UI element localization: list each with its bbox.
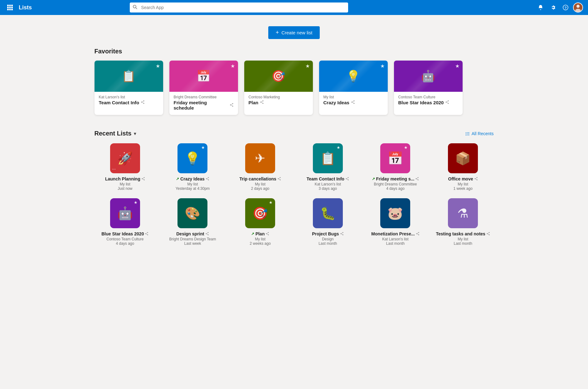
fav-card-name: Crazy Ideas xyxy=(323,100,383,105)
share-icon xyxy=(474,177,478,181)
svg-rect-0 xyxy=(7,5,9,6)
svg-point-38 xyxy=(448,103,449,104)
recent-list-card[interactable]: ⚗ Testing tasks and notes My list Last m… xyxy=(432,198,494,246)
share-icon xyxy=(206,232,209,236)
svg-rect-3 xyxy=(7,7,9,8)
recent-list-card[interactable]: 🐛 Project Bugs Design Last month xyxy=(297,198,359,246)
recent-card-name: ↗Friday meeting s... xyxy=(372,176,419,181)
svg-line-80 xyxy=(207,234,208,234)
svg-point-27 xyxy=(260,102,261,103)
svg-line-20 xyxy=(142,102,143,103)
recent-card-owner: Bright Dreams Committee xyxy=(374,182,417,186)
recent-icon-symbol: 🤖 xyxy=(117,206,133,221)
recent-card-name: Team Contact Info xyxy=(307,176,349,181)
create-button-label: Create new list xyxy=(281,30,312,35)
svg-line-50 xyxy=(207,179,208,180)
recent-lists-section: Recent Lists ▾ All Recents 🚀 ⋯ Launch Pl… xyxy=(95,130,494,246)
recent-title-label: Recent Lists xyxy=(95,130,132,137)
svg-line-89 xyxy=(341,233,343,233)
trending-icon: ↗ xyxy=(372,177,375,181)
recent-icon-symbol: 💡 xyxy=(185,151,200,166)
svg-point-22 xyxy=(230,104,231,105)
recent-card-time: Just now xyxy=(118,186,132,191)
recent-card-icon: 🚀 ⋯ xyxy=(110,143,140,173)
recent-card-owner: My list xyxy=(255,237,265,241)
share-icon xyxy=(487,232,490,236)
fav-card-icon: 💡 xyxy=(346,70,360,83)
favorite-card[interactable]: 🎯 ★ Contoso Marketing Plan xyxy=(244,61,313,115)
user-avatar[interactable] xyxy=(573,2,583,12)
svg-line-84 xyxy=(267,233,268,233)
app-title: Lists xyxy=(19,4,32,11)
svg-point-43 xyxy=(144,179,145,180)
svg-point-58 xyxy=(348,179,349,180)
favorite-card[interactable]: 🤖 ★ Contoso Team Culture Blue Star Ideas… xyxy=(394,61,463,115)
recent-card-icon: 🐷 xyxy=(380,198,410,228)
recent-card-time: 2 weeks ago xyxy=(250,241,270,246)
recents-grid: 🚀 ⋯ Launch Planning My list Just now 💡 ★ xyxy=(95,143,494,191)
fav-card-icon: 📅 xyxy=(197,70,211,83)
svg-point-41 xyxy=(144,177,145,178)
recent-list-card[interactable]: 🎨 Design sprint Bright Dreams Design Tea… xyxy=(162,198,223,246)
recent-icon-symbol: 🎯 xyxy=(252,206,268,221)
svg-point-81 xyxy=(268,232,269,233)
favorites-title: Favorites xyxy=(95,48,494,55)
recent-icon-symbol: 📅 xyxy=(387,151,403,166)
recent-card-name: Monetization Prese... xyxy=(371,231,419,236)
svg-point-68 xyxy=(477,179,478,180)
search-input[interactable] xyxy=(130,2,348,12)
svg-point-82 xyxy=(266,233,267,234)
recent-list-card[interactable]: 🤖 ★ Blue Star Ideas 2020 Contoso Team Cu… xyxy=(95,198,156,246)
svg-point-63 xyxy=(418,179,419,180)
create-new-list-button[interactable]: + Create new list xyxy=(268,26,320,39)
loading-indicator: ⋯ xyxy=(112,167,116,171)
share-icon xyxy=(445,100,449,105)
svg-point-21 xyxy=(232,103,233,104)
recent-list-card[interactable]: 🐷 Monetization Prese... Kat Larson's lis… xyxy=(365,198,426,246)
recent-card-icon: 💡 ★ xyxy=(177,143,207,173)
notifications-button[interactable] xyxy=(536,2,546,12)
recent-lists-title-button[interactable]: Recent Lists ▾ xyxy=(95,130,136,137)
svg-rect-6 xyxy=(7,9,9,10)
svg-line-45 xyxy=(143,179,144,180)
recent-card-time: 4 days ago xyxy=(116,241,134,246)
star-icon: ★ xyxy=(455,63,459,69)
svg-point-46 xyxy=(208,177,209,178)
recent-list-card[interactable]: 💡 ★ ↗Crazy Ideas My list Yesterday at 4:… xyxy=(162,143,223,191)
recent-list-card[interactable]: 🎯 ★ ↗Plan My list 2 weeks ago xyxy=(230,198,291,246)
favorite-card[interactable]: 💡 ★ My list Crazy Ideas xyxy=(319,61,388,115)
svg-point-57 xyxy=(346,178,347,179)
recent-card-icon: ✈ xyxy=(245,143,275,173)
svg-point-62 xyxy=(416,178,417,179)
recent-list-card[interactable]: 🚀 ⋯ Launch Planning My list Just now xyxy=(95,143,156,191)
svg-point-93 xyxy=(418,234,419,235)
recent-card-icon: ⚗ xyxy=(448,198,478,228)
fav-card-name: Plan xyxy=(249,100,309,105)
svg-line-70 xyxy=(475,179,477,180)
settings-button[interactable] xyxy=(548,2,558,12)
recent-list-card[interactable]: 📅 ★ ↗Friday meeting s... Bright Dreams C… xyxy=(365,143,426,191)
app-header: Lists ? xyxy=(0,0,588,15)
favorite-card[interactable]: 📅 ★ Bright Dreams Committee Friday meeti… xyxy=(169,61,238,115)
recent-icon-symbol: 🚀 xyxy=(117,151,133,166)
fav-card-owner: Kat Larson's list xyxy=(99,95,159,99)
waffle-menu-button[interactable] xyxy=(5,2,15,12)
star-icon: ★ xyxy=(380,63,385,69)
recent-list-card[interactable]: 📋 ★ Team Contact Info Kat Larson's list … xyxy=(297,143,359,191)
help-button[interactable]: ? xyxy=(561,2,571,12)
favorite-card[interactable]: 📋 ★ Kat Larson's list Team Contact Info xyxy=(95,61,163,115)
recent-card-time: 1 week ago xyxy=(453,186,472,191)
recent-card-owner: Kat Larson's list xyxy=(382,237,408,241)
recent-card-name: Design sprint xyxy=(176,231,209,236)
recent-card-time: 4 days ago xyxy=(386,186,405,191)
svg-line-34 xyxy=(352,101,353,102)
recent-list-card[interactable]: 📦 Office move My list 1 week ago xyxy=(432,143,494,191)
recent-card-time: Last month xyxy=(386,241,405,246)
recent-list-card[interactable]: ✈ Trip cancellations My list 2 days ago xyxy=(230,143,291,191)
svg-line-60 xyxy=(347,179,348,180)
svg-line-79 xyxy=(207,233,208,233)
star-icon: ★ xyxy=(305,63,310,69)
svg-point-72 xyxy=(145,233,146,234)
share-icon xyxy=(142,177,145,181)
all-recents-button[interactable]: All Recents xyxy=(465,131,494,136)
